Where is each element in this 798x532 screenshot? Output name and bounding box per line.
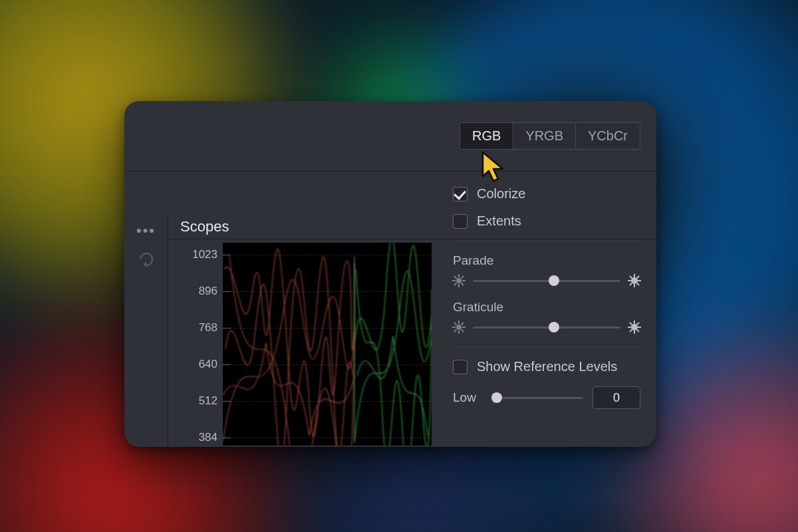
graticule-slider[interactable] — [473, 327, 620, 329]
brightness-high-icon — [628, 321, 640, 333]
low-value-input[interactable]: 0 — [593, 386, 640, 409]
scopes-settings: Colorize Extents Parade Graticule — [437, 172, 656, 447]
y-tick-label: 512 — [199, 394, 217, 408]
y-tick-label: 896 — [199, 285, 217, 298]
y-tick-label: 768 — [199, 321, 217, 334]
colorize-checkbox[interactable] — [453, 187, 467, 201]
extents-label: Extents — [477, 213, 521, 229]
parade-waveform: 1023 896 768 640 512 384 — [182, 242, 432, 446]
y-tick-label: 640 — [199, 358, 217, 371]
brightness-high-icon — [628, 275, 640, 287]
brightness-low-icon — [453, 321, 465, 333]
tab-ycbcr[interactable]: YCbCr — [576, 123, 640, 149]
parade-slider[interactable] — [473, 280, 620, 282]
scopes-header: RGB YRGB YCbCr — [124, 101, 656, 172]
mode-segmented-control: RGB YRGB YCbCr — [460, 122, 640, 150]
scopes-panel: RGB YRGB YCbCr Scopes ••• 1023 896 768 6… — [124, 101, 656, 447]
tab-yrgb[interactable]: YRGB — [513, 123, 576, 149]
show-reference-levels-checkbox[interactable] — [453, 360, 467, 374]
brightness-low-icon — [453, 275, 465, 287]
reset-icon[interactable] — [136, 250, 155, 269]
colorize-label: Colorize — [477, 186, 525, 201]
divider — [453, 346, 640, 347]
parade-canvas[interactable] — [223, 243, 432, 446]
parade-slider-label: Parade — [453, 253, 640, 268]
low-slider[interactable] — [491, 397, 583, 399]
scopes-toolstrip: ••• — [124, 214, 168, 447]
more-icon[interactable]: ••• — [136, 222, 156, 239]
show-reference-levels-label: Show Reference Levels — [477, 359, 617, 374]
tab-rgb[interactable]: RGB — [460, 123, 513, 149]
low-label: Low — [453, 390, 482, 405]
scopes-title: Scopes — [180, 218, 229, 235]
parade-y-labels: 1023 896 768 640 512 384 — [182, 243, 223, 446]
y-tick-label: 384 — [199, 431, 217, 444]
graticule-slider-label: Graticule — [453, 300, 640, 315]
extents-checkbox[interactable] — [453, 214, 467, 229]
divider — [453, 241, 640, 241]
y-tick-label: 1023 — [192, 248, 217, 261]
